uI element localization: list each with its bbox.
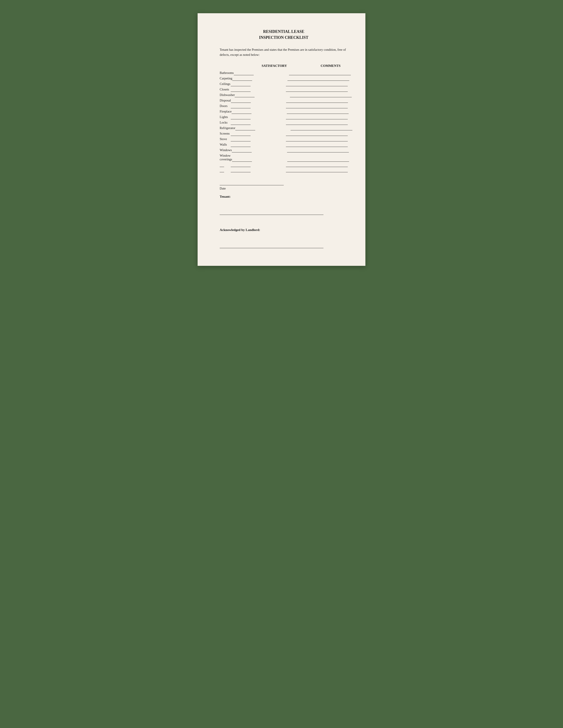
comments-header: COMMENTS xyxy=(314,64,348,68)
blank-row-1 xyxy=(220,163,348,167)
satisfactory-line xyxy=(231,82,250,86)
checklist-section: SATISFACTORY COMMENTS BathroomsCarpeting… xyxy=(220,64,348,172)
item-label: Ceilings xyxy=(220,82,231,86)
signature-section: Date Tenant: xyxy=(220,180,348,215)
blank-label-1 xyxy=(220,163,224,167)
landlord-sig-line xyxy=(220,243,324,248)
comment-line xyxy=(286,132,348,136)
item-label: Dishwasher xyxy=(220,93,235,97)
comment-line xyxy=(287,148,349,152)
comment-line xyxy=(286,104,348,108)
item-label: Bathrooms xyxy=(220,71,234,75)
satisfactory-line xyxy=(231,121,250,125)
date-sig-line xyxy=(220,180,284,185)
item-label: Closets xyxy=(220,88,231,92)
item-label: Windows xyxy=(220,148,232,152)
satisfactory-line xyxy=(231,137,250,141)
title-block: RESIDENTIAL LEASE INSPECTION CHECKLIST xyxy=(220,29,348,41)
comment-line xyxy=(286,115,348,119)
comment-line xyxy=(290,93,352,97)
item-label: Window coverings xyxy=(220,154,232,162)
title-line1: RESIDENTIAL LEASE xyxy=(220,29,348,35)
checklist-row: Lights xyxy=(220,115,348,119)
satisfactory-line xyxy=(231,104,250,108)
satisfactory-line xyxy=(231,110,251,114)
item-label: Fireplace xyxy=(220,110,231,114)
satisfactory-line xyxy=(232,148,252,152)
item-label: Lights xyxy=(220,115,231,119)
item-label: Doors xyxy=(220,104,231,108)
checklist-row: Window coverings xyxy=(220,154,348,162)
item-label: Disposal xyxy=(220,99,231,103)
comment-line xyxy=(286,82,348,86)
item-label: Stove xyxy=(220,137,231,141)
blank-comment-2 xyxy=(286,168,348,172)
tenant-label: Tenant: xyxy=(220,195,348,199)
checklist-row: Closets xyxy=(220,88,348,92)
satisfactory-line xyxy=(234,71,254,75)
satisfactory-line xyxy=(235,126,255,130)
item-label: Locks xyxy=(220,121,231,125)
landlord-label: Acknowledged by Landlord: xyxy=(220,228,348,232)
column-headers: SATISFACTORY COMMENTS xyxy=(261,64,348,68)
item-label: Screens xyxy=(220,132,231,136)
blank-row-2 xyxy=(220,168,348,172)
checklist-row: Carpeting xyxy=(220,77,348,81)
satisfactory-line xyxy=(232,158,252,162)
item-label: Refrigerator xyxy=(220,126,235,130)
checklist-row: Windows xyxy=(220,148,348,152)
checklist-row: Disposal xyxy=(220,99,348,103)
comment-line xyxy=(286,121,348,125)
intro-text: Tenant has inspected the Premises and st… xyxy=(220,47,348,57)
date-line-container xyxy=(220,180,348,185)
comment-line xyxy=(287,110,349,114)
comment-line xyxy=(286,137,348,141)
satisfactory-line xyxy=(231,99,251,103)
title-line2: INSPECTION CHECKLIST xyxy=(220,35,348,41)
comment-line xyxy=(289,71,351,75)
satisfactory-line xyxy=(231,143,250,147)
checklist-row: Doors xyxy=(220,104,348,108)
blank-label-2 xyxy=(220,168,224,172)
comment-line xyxy=(287,158,349,162)
satisfactory-line xyxy=(231,88,250,92)
item-label: Walls xyxy=(220,143,231,147)
checklist-row: Locks xyxy=(220,121,348,125)
blank-comment-1 xyxy=(286,163,348,167)
checklist-row: Walls xyxy=(220,143,348,147)
comment-line xyxy=(286,143,348,147)
item-label: Carpeting xyxy=(220,77,232,81)
checklist-row: Fireplace xyxy=(220,110,348,114)
comment-line xyxy=(286,99,348,103)
checklist-row: Ceilings xyxy=(220,82,348,86)
blank-sat-1 xyxy=(231,163,250,167)
satisfactory-line xyxy=(231,132,250,136)
checklist-rows: BathroomsCarpetingCeilingsClosetsDishwas… xyxy=(220,71,348,163)
tenant-sig-line xyxy=(220,210,324,215)
checklist-row: Refrigerator xyxy=(220,126,348,130)
blank-sat-2 xyxy=(231,168,250,172)
checklist-row: Stove xyxy=(220,137,348,141)
checklist-row: Screens xyxy=(220,132,348,136)
satisfactory-line xyxy=(232,77,252,81)
comment-line xyxy=(291,126,352,130)
comment-line xyxy=(288,77,349,81)
document: RESIDENTIAL LEASE INSPECTION CHECKLIST T… xyxy=(197,13,366,266)
comment-line xyxy=(286,88,348,92)
satisfactory-header: SATISFACTORY xyxy=(261,64,287,68)
checklist-row: Dishwasher xyxy=(220,93,348,97)
checklist-row: Bathrooms xyxy=(220,71,348,75)
satisfactory-line xyxy=(235,93,254,97)
date-label: Date xyxy=(220,187,348,190)
satisfactory-line xyxy=(231,115,250,119)
landlord-section: Acknowledged by Landlord: xyxy=(220,228,348,248)
